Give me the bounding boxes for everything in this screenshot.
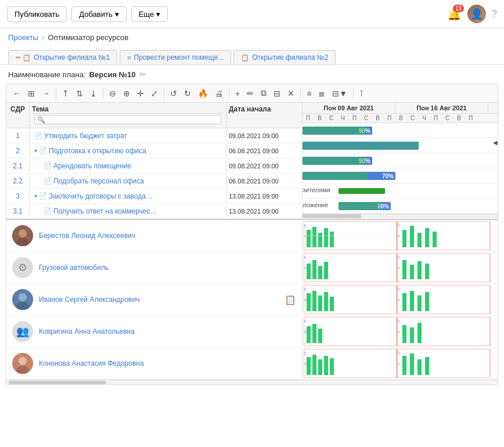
svg-rect-43 [330,297,334,311]
gantt-week-2: Пон 16 Авг 2021 [395,103,488,113]
gantt-chart-row: зителями [303,183,498,199]
tb-copy[interactable]: ⧉ [258,86,269,100]
add-button[interactable]: Добавить ▾ [71,6,126,22]
resource-chart-1: 8 4 8 4 [303,252,498,283]
svg-rect-12 [417,233,422,247]
svg-text:4: 4 [397,233,400,239]
user-avatar[interactable]: 👤 [467,5,486,23]
cell-theme[interactable]: 📄 Утвердить бюджет затрат [30,130,226,142]
plan-name-edit-icon[interactable]: ✏ [139,70,146,79]
svg-text:8: 8 [397,223,400,228]
cell-theme[interactable]: 📄 Получить ответ на коммерческое пред... [30,206,226,217]
more-button[interactable]: Еще ▾ [131,6,168,22]
notification-bell[interactable]: 🔔 19 [447,7,462,21]
tb-bottom[interactable]: ⤓ [87,87,100,100]
tb-close[interactable]: ✕ [285,87,297,100]
svg-rect-28 [417,261,422,279]
svg-rect-42 [324,292,328,311]
expand-icon[interactable]: ▾ [34,147,37,154]
svg-text:4: 4 [397,361,400,366]
resource-name: Кононова Анастасия Федоровна [39,359,144,367]
cell-theme[interactable]: ▾ 📄 Заключить договоры с заводами-произв… [30,190,226,202]
theme-search-input[interactable] [34,115,221,124]
resource-chart-4: 8 4 8 4 [303,348,498,379]
tb-edit[interactable]: ✏ [244,87,257,100]
resource-avatar [12,289,33,310]
tb-list1[interactable]: ≡ [304,87,314,100]
svg-rect-9 [330,232,334,247]
cell-theme[interactable]: 📄 Арендовать помещение [30,160,226,172]
task-icon: 📄 [39,192,47,200]
cell-wbs: 2.2 [6,175,30,187]
resource-chart-svg: 8 4 8 4 [304,221,498,250]
breadcrumb-current: Оптимизатор ресурсов [48,33,129,42]
table-row: 1 📄 Утвердить бюджет затрат 09.08.2021 0… [6,128,302,143]
gantt-day-row: П В С Ч П С В П В С Ч П С В П [303,114,498,122]
resource-chart-2: 8 4 8 4 [303,284,498,315]
svg-text:8: 8 [304,223,307,228]
publish-button[interactable]: Публиковать [7,6,67,22]
svg-text:8: 8 [397,351,400,356]
tb-add[interactable]: + [232,87,243,100]
help-icon[interactable]: ? [492,9,497,19]
cell-wbs: 1 [6,130,30,142]
svg-rect-69 [307,357,311,375]
svg-rect-46 [417,295,422,311]
tb-print[interactable]: 🖨 [212,87,226,100]
tb-grid[interactable]: ⊞ [25,87,38,100]
gantt-toolbar: ← ⊞ → ⤒ ⇅ ⤓ ⊖ ⊕ ✛ ⤢ ↺ ↻ 🔥 🖨 + ✏ ⧉ ⊟ ✕ ≡ … [6,84,498,103]
svg-rect-8 [324,228,328,247]
table-row: 2.1 📄 Арендовать помещение 09.08.2021 09… [6,158,302,174]
tb-back[interactable]: ← [10,87,24,100]
cell-theme[interactable]: ▾ 📄 Подготовка к открытию офиса [30,145,226,157]
gantt-day: П [465,114,477,122]
svg-rect-47 [425,292,429,311]
tb-zoom-in[interactable]: ⊕ [120,87,133,100]
tb-filter[interactable]: ⊺ [357,87,366,100]
tb-updown[interactable]: ⇅ [73,87,86,100]
cell-wbs: 2 [6,145,30,157]
chart-scrollbar[interactable] [303,214,498,218]
tb-sep-1 [56,88,56,99]
tab-1[interactable]: ≡ Провести ремонт помеще... [120,50,231,64]
svg-rect-73 [330,358,334,375]
gantt-bar-progress [339,202,380,210]
expand-icon[interactable]: ▾ [34,193,37,199]
tab-0-icon: ✏ 📋 [16,54,31,62]
cell-date: 13.08.2021 09:00 [226,206,302,217]
scrollbar-thumb[interactable] [9,381,106,384]
tb-grid2[interactable]: ⊟▼ [329,87,350,100]
tb-list2[interactable]: ≣ [315,87,328,100]
tb-top[interactable]: ⤒ [59,87,72,100]
gantt-bar-marker: ◀ [493,139,498,146]
resource-left: ⚙ Грузовой автомобиль [6,254,303,282]
tb-redo[interactable]: ↻ [181,87,194,100]
svg-rect-56 [318,329,322,343]
svg-text:8: 8 [304,351,307,356]
svg-rect-71 [318,359,322,375]
tab-2[interactable]: 📋 Открытие филиала №2 [233,50,336,64]
tb-expand[interactable]: ⤢ [148,87,161,100]
tb-undo[interactable]: ↺ [167,87,180,100]
tb-delete-row[interactable]: ⊟ [271,87,283,100]
resource-scrollbar[interactable] [6,380,498,384]
tb-move[interactable]: ✛ [134,87,147,100]
scrollbar-thumb[interactable] [303,214,361,218]
resource-name: Берестов Леонид Алексеевич [39,232,135,240]
tb-zoom-out[interactable]: ⊖ [106,87,119,100]
cell-theme[interactable]: 📄 Подобрать персонал офиса [30,175,226,187]
tab-0[interactable]: ✏ 📋 Открытие филиала №1 [8,50,117,64]
resource-left: Иванов Сергей Александрович 📋 [6,286,303,313]
tb-fire[interactable]: 🔥 [195,87,211,100]
tabs-bar: ✏ 📋 Открытие филиала №1 ≡ Провести ремон… [0,46,504,65]
breadcrumb-projects[interactable]: Проекты [8,33,38,42]
svg-rect-70 [312,355,316,375]
table-row: 2.2 📄 Подобрать персонал офиса 06.08.202… [6,174,302,189]
tb-forward[interactable]: → [39,87,53,100]
plan-name-value: Версия №10 [89,70,136,79]
gantt-day: С [361,114,372,122]
col-header-theme: Тема [30,103,226,128]
svg-point-35 [19,293,27,301]
task-icon: 📄 [44,162,52,170]
tb-sep-4 [229,88,229,99]
